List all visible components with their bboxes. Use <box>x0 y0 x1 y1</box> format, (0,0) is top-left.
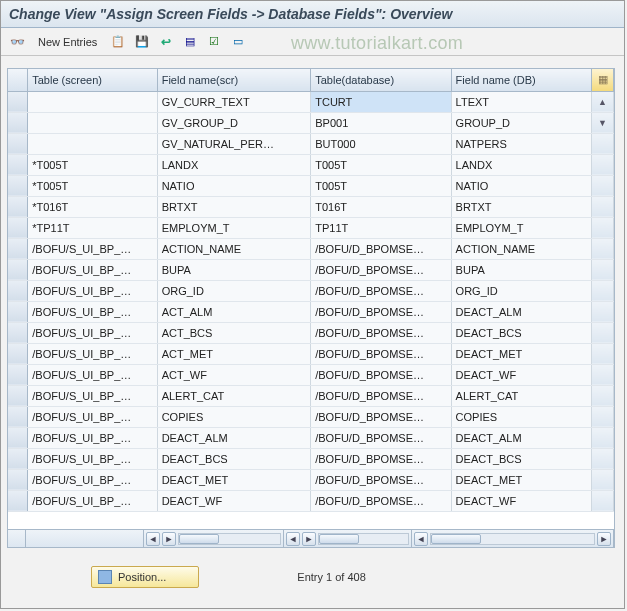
cell-c3[interactable]: DEACT_BCS <box>451 448 591 469</box>
cell-c3[interactable]: DEACT_ALM <box>451 301 591 322</box>
table-row[interactable]: /BOFU/S_UI_BP_…BUPA/BOFU/D_BPOMSE…BUPA <box>8 259 614 280</box>
row-handle[interactable] <box>8 175 28 196</box>
table-row[interactable]: /BOFU/S_UI_BP_…ORG_ID/BOFU/D_BPOMSE…ORG_… <box>8 280 614 301</box>
cell-c2[interactable]: /BOFU/D_BPOMSE… <box>311 448 451 469</box>
table-row[interactable]: /BOFU/S_UI_BP_…ALERT_CAT/BOFU/D_BPOMSE…A… <box>8 385 614 406</box>
cell-c0[interactable]: /BOFU/S_UI_BP_… <box>28 469 157 490</box>
cell-c0[interactable] <box>28 133 157 154</box>
cell-c0[interactable]: *TP11T <box>28 217 157 238</box>
cell-c1[interactable]: ACTION_NAME <box>157 238 311 259</box>
cell-c2[interactable]: /BOFU/D_BPOMSE… <box>311 385 451 406</box>
hscroll-track[interactable] <box>430 533 595 545</box>
cell-c2[interactable]: /BOFU/D_BPOMSE… <box>311 406 451 427</box>
vscroll-cell[interactable]: ▼ <box>592 112 614 133</box>
column-header-field-db[interactable]: Field name (DB) <box>451 69 591 91</box>
cell-c0[interactable]: /BOFU/S_UI_BP_… <box>28 448 157 469</box>
cell-c3[interactable]: BUPA <box>451 259 591 280</box>
cell-c3[interactable]: DEACT_ALM <box>451 427 591 448</box>
cell-c1[interactable]: ACT_WF <box>157 364 311 385</box>
hscroll-left-icon[interactable]: ◄ <box>414 532 428 546</box>
row-handle[interactable] <box>8 217 28 238</box>
cell-c0[interactable]: /BOFU/S_UI_BP_… <box>28 259 157 280</box>
hscroll-track[interactable] <box>178 533 281 545</box>
cell-c0[interactable]: /BOFU/S_UI_BP_… <box>28 406 157 427</box>
table-row[interactable]: GV_NATURAL_PER…BUT000NATPERS <box>8 133 614 154</box>
cell-c2[interactable]: /BOFU/D_BPOMSE… <box>311 427 451 448</box>
table-row[interactable]: /BOFU/S_UI_BP_…DEACT_ALM/BOFU/D_BPOMSE…D… <box>8 427 614 448</box>
cell-c2[interactable]: T016T <box>311 196 451 217</box>
copy-as-icon[interactable] <box>108 32 128 52</box>
cell-c2[interactable]: TP11T <box>311 217 451 238</box>
hscroll-track[interactable] <box>318 533 409 545</box>
table-row[interactable]: GV_CURR_TEXTTCURTLTEXT▲ <box>8 91 614 112</box>
cell-c0[interactable]: /BOFU/S_UI_BP_… <box>28 322 157 343</box>
cell-c3[interactable]: EMPLOYM_T <box>451 217 591 238</box>
cell-c0[interactable]: /BOFU/S_UI_BP_… <box>28 238 157 259</box>
cell-c2[interactable]: /BOFU/D_BPOMSE… <box>311 280 451 301</box>
table-row[interactable]: *T016TBRTXTT016TBRTXT <box>8 196 614 217</box>
cell-c0[interactable]: /BOFU/S_UI_BP_… <box>28 301 157 322</box>
cell-c1[interactable]: GV_GROUP_D <box>157 112 311 133</box>
select-block-icon[interactable] <box>180 32 200 52</box>
cell-c3[interactable]: GROUP_D <box>451 112 591 133</box>
cell-c3[interactable]: DEACT_MET <box>451 469 591 490</box>
cell-c1[interactable]: EMPLOYM_T <box>157 217 311 238</box>
new-entries-button[interactable]: New Entries <box>31 33 104 51</box>
row-handle[interactable] <box>8 427 28 448</box>
table-row[interactable]: *TP11TEMPLOYM_TTP11TEMPLOYM_T <box>8 217 614 238</box>
column-header-table-screen[interactable]: Table (screen) <box>28 69 157 91</box>
cell-c2[interactable]: T005T <box>311 154 451 175</box>
row-handle[interactable] <box>8 280 28 301</box>
table-row[interactable]: /BOFU/S_UI_BP_…DEACT_WF/BOFU/D_BPOMSE…DE… <box>8 490 614 511</box>
row-handle[interactable] <box>8 448 28 469</box>
cell-c1[interactable]: ACT_BCS <box>157 322 311 343</box>
cell-c0[interactable]: /BOFU/S_UI_BP_… <box>28 343 157 364</box>
row-handle[interactable] <box>8 385 28 406</box>
cell-c1[interactable]: ACT_MET <box>157 343 311 364</box>
row-handle[interactable] <box>8 154 28 175</box>
cell-c0[interactable]: /BOFU/S_UI_BP_… <box>28 427 157 448</box>
row-handle[interactable] <box>8 490 28 511</box>
cell-c2[interactable]: BP001 <box>311 112 451 133</box>
table-row[interactable]: /BOFU/S_UI_BP_…ACT_ALM/BOFU/D_BPOMSE…DEA… <box>8 301 614 322</box>
row-handle[interactable] <box>8 238 28 259</box>
save-icon[interactable] <box>132 32 152 52</box>
cell-c1[interactable]: NATIO <box>157 175 311 196</box>
row-handle[interactable] <box>8 322 28 343</box>
select-all-icon[interactable] <box>204 32 224 52</box>
vscroll-cell[interactable] <box>592 469 614 490</box>
cell-c1[interactable]: ORG_ID <box>157 280 311 301</box>
position-button[interactable]: Position... <box>91 566 199 588</box>
cell-c1[interactable]: GV_NATURAL_PER… <box>157 133 311 154</box>
cell-c2[interactable]: /BOFU/D_BPOMSE… <box>311 490 451 511</box>
row-handle[interactable] <box>8 91 28 112</box>
column-header-field-scr[interactable]: Field name(scr) <box>157 69 311 91</box>
hscroll-right-icon[interactable]: ► <box>302 532 316 546</box>
column-header-table-db[interactable]: Table(database) <box>311 69 451 91</box>
cell-c0[interactable]: *T016T <box>28 196 157 217</box>
row-handle[interactable] <box>8 112 28 133</box>
cell-c1[interactable]: BRTXT <box>157 196 311 217</box>
cell-c0[interactable]: /BOFU/S_UI_BP_… <box>28 385 157 406</box>
cell-c0[interactable] <box>28 91 157 112</box>
cell-c3[interactable]: ORG_ID <box>451 280 591 301</box>
row-handle[interactable] <box>8 259 28 280</box>
cell-c1[interactable]: DEACT_WF <box>157 490 311 511</box>
table-row[interactable]: /BOFU/S_UI_BP_…ACT_MET/BOFU/D_BPOMSE…DEA… <box>8 343 614 364</box>
cell-c1[interactable]: DEACT_MET <box>157 469 311 490</box>
cell-c3[interactable]: NATIO <box>451 175 591 196</box>
cell-c3[interactable]: BRTXT <box>451 196 591 217</box>
cell-c3[interactable]: NATPERS <box>451 133 591 154</box>
row-handle[interactable] <box>8 196 28 217</box>
cell-c2[interactable]: /BOFU/D_BPOMSE… <box>311 469 451 490</box>
table-row[interactable]: GV_GROUP_DBP001GROUP_D▼ <box>8 112 614 133</box>
cell-c3[interactable]: DEACT_WF <box>451 364 591 385</box>
cell-c1[interactable]: ALERT_CAT <box>157 385 311 406</box>
table-row[interactable]: /BOFU/S_UI_BP_…ACTION_NAME/BOFU/D_BPOMSE… <box>8 238 614 259</box>
cell-c3[interactable]: DEACT_WF <box>451 490 591 511</box>
cell-c1[interactable]: BUPA <box>157 259 311 280</box>
cell-c2[interactable]: /BOFU/D_BPOMSE… <box>311 301 451 322</box>
cell-c1[interactable]: DEACT_ALM <box>157 427 311 448</box>
table-row[interactable]: *T005TNATIOT005TNATIO <box>8 175 614 196</box>
row-handle[interactable] <box>8 469 28 490</box>
